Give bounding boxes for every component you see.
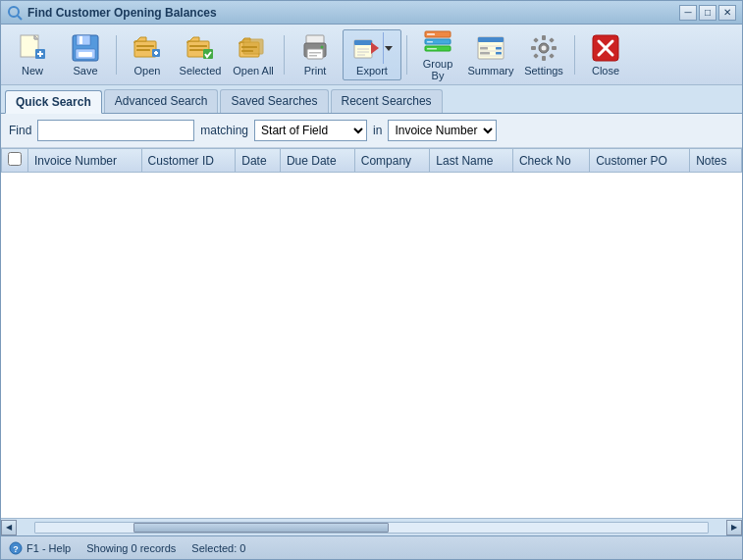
open-all-icon: [238, 32, 269, 64]
help-label[interactable]: F1 - Help: [27, 542, 71, 554]
search-tabs: Quick Search Advanced Search Saved Searc…: [1, 85, 742, 114]
toolbar-save-button[interactable]: Save: [60, 29, 111, 80]
toolbar-summary-button[interactable]: Summary: [465, 29, 516, 80]
svg-rect-46: [427, 48, 437, 50]
toolbar-open-label: Open: [134, 65, 161, 76]
svg-rect-48: [478, 37, 504, 42]
tab-advanced-search[interactable]: Advanced Search: [104, 89, 219, 113]
svg-rect-27: [241, 50, 253, 52]
records-count: Showing 0 records: [86, 542, 176, 554]
toolbar-settings-label: Settings: [524, 65, 563, 76]
export-icon: [351, 32, 383, 64]
toolbar-selected-button[interactable]: Selected: [175, 29, 226, 80]
svg-rect-23: [203, 49, 213, 59]
toolbar: New Save: [1, 25, 742, 85]
col-notes[interactable]: Notes: [690, 149, 742, 173]
col-customer-id[interactable]: Customer ID: [141, 149, 236, 173]
svg-rect-59: [542, 56, 546, 61]
help-section: ? F1 - Help: [9, 541, 71, 555]
window-title: Find Customer Opening Balances: [27, 6, 679, 20]
title-bar: Find Customer Opening Balances ─ □ ✕: [1, 1, 742, 25]
svg-point-57: [542, 45, 547, 50]
toolbar-close-label: Close: [592, 65, 619, 76]
search-input[interactable]: [37, 120, 194, 141]
restore-button[interactable]: □: [699, 5, 716, 21]
svg-rect-52: [480, 47, 488, 50]
svg-point-33: [321, 45, 324, 48]
summary-icon: [475, 32, 506, 64]
title-bar-buttons: ─ □ ✕: [679, 5, 736, 21]
svg-rect-65: [549, 53, 555, 59]
toolbar-settings-button[interactable]: Settings: [518, 29, 569, 80]
matching-label: matching: [200, 124, 248, 137]
col-checkbox[interactable]: [2, 149, 28, 173]
toolbar-selected-label: Selected: [180, 65, 222, 76]
toolbar-print-button[interactable]: Print: [290, 29, 341, 80]
minimize-button[interactable]: ─: [679, 5, 697, 21]
selected-icon: [185, 32, 216, 64]
print-icon: [299, 32, 331, 64]
toolbar-sep-3: [406, 35, 407, 75]
scroll-left-button[interactable]: ◀: [1, 520, 17, 535]
svg-rect-32: [309, 55, 317, 57]
toolbar-open-all-button[interactable]: Open All: [228, 29, 279, 80]
col-check-no[interactable]: Check No: [512, 149, 589, 173]
toolbar-print-label: Print: [304, 65, 327, 76]
close-icon: [590, 32, 621, 64]
svg-rect-63: [549, 37, 555, 43]
results-table: Invoice Number Customer ID Date Due Date…: [1, 148, 742, 173]
toolbar-open-button[interactable]: Open: [122, 29, 173, 80]
toolbar-export-button[interactable]: Export: [343, 29, 401, 80]
svg-rect-55: [496, 52, 502, 55]
selected-count: Selected: 0: [191, 542, 245, 554]
svg-rect-62: [533, 37, 539, 43]
col-company[interactable]: Company: [354, 149, 430, 173]
select-all-checkbox[interactable]: [8, 152, 22, 166]
svg-rect-31: [309, 52, 321, 54]
svg-rect-53: [480, 52, 490, 55]
svg-rect-64: [533, 53, 539, 59]
svg-rect-44: [427, 33, 435, 35]
toolbar-close-button[interactable]: Close: [580, 29, 631, 80]
svg-line-1: [18, 16, 22, 20]
toolbar-summary-label: Summary: [467, 65, 513, 76]
svg-rect-61: [552, 46, 557, 50]
col-due-date[interactable]: Due Date: [280, 149, 354, 173]
horizontal-scrollbar: ◀ ▶: [1, 518, 742, 535]
export-inner: [351, 32, 393, 65]
matching-select[interactable]: Start of Field Any Part of Field Exact M…: [254, 120, 367, 141]
toolbar-group-by-label: Group By: [415, 58, 460, 81]
col-last-name[interactable]: Last Name: [430, 149, 513, 173]
open-icon: [132, 32, 163, 64]
tab-quick-search[interactable]: Quick Search: [5, 90, 102, 114]
col-customer-po[interactable]: Customer PO: [590, 149, 690, 173]
svg-rect-26: [241, 46, 257, 48]
scroll-right-button[interactable]: ▶: [726, 520, 742, 535]
table-header-row: Invoice Number Customer ID Date Due Date…: [2, 149, 742, 173]
toolbar-sep-2: [284, 35, 285, 75]
tab-saved-searches[interactable]: Saved Searches: [220, 89, 328, 113]
group-by-icon: [422, 27, 453, 57]
status-bar: ? F1 - Help Showing 0 records Selected: …: [1, 535, 742, 559]
search-bar: Find matching Start of Field Any Part of…: [1, 114, 742, 148]
save-icon: [70, 32, 101, 64]
col-date[interactable]: Date: [236, 149, 281, 173]
scrollbar-thumb[interactable]: [133, 523, 389, 533]
tab-recent-searches[interactable]: Recent Searches: [331, 89, 443, 113]
svg-rect-60: [531, 46, 536, 50]
toolbar-new-button[interactable]: New: [7, 29, 58, 80]
in-select[interactable]: Invoice Number Customer ID Company Last …: [388, 120, 497, 141]
col-invoice-number[interactable]: Invoice Number: [28, 149, 142, 173]
scrollbar-track[interactable]: [34, 522, 709, 534]
toolbar-save-label: Save: [73, 65, 97, 76]
close-window-button[interactable]: ✕: [718, 5, 736, 21]
svg-rect-54: [496, 47, 502, 50]
svg-rect-11: [80, 36, 82, 44]
svg-text:?: ?: [13, 544, 19, 554]
main-window: Find Customer Opening Balances ─ □ ✕ New: [0, 0, 743, 560]
svg-rect-10: [77, 35, 90, 45]
settings-icon: [528, 32, 559, 64]
find-label: Find: [9, 124, 31, 137]
toolbar-group-by-button[interactable]: Group By: [412, 29, 463, 80]
in-label: in: [373, 124, 382, 137]
